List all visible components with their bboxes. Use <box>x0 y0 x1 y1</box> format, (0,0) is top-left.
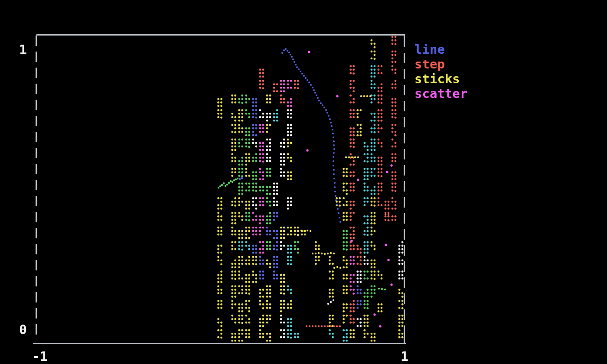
y-axis-label-max: 1 <box>12 42 27 57</box>
plot-dots-canvas <box>0 0 607 364</box>
plot-corner-top-right <box>404 34 405 39</box>
plot-border-left <box>36 36 37 338</box>
plot-border-top <box>36 34 405 36</box>
legend: line step sticks scatter <box>414 42 467 101</box>
plot-corner-bottom-right <box>404 335 405 343</box>
x-axis-label-max: 1 <box>392 349 418 364</box>
y-axis-label-min: 0 <box>12 322 27 337</box>
legend-item-step: step <box>414 57 467 72</box>
x-axis-label-min: -1 <box>27 349 53 364</box>
legend-item-sticks: sticks <box>414 72 467 86</box>
legend-item-scatter: scatter <box>414 86 467 101</box>
plot-border-bottom <box>33 343 406 344</box>
terminal-plot-screen: 1 0 -1 1 line step sticks scatter <box>0 0 607 364</box>
legend-item-line: line <box>414 42 467 57</box>
plot-border-right <box>404 37 405 342</box>
